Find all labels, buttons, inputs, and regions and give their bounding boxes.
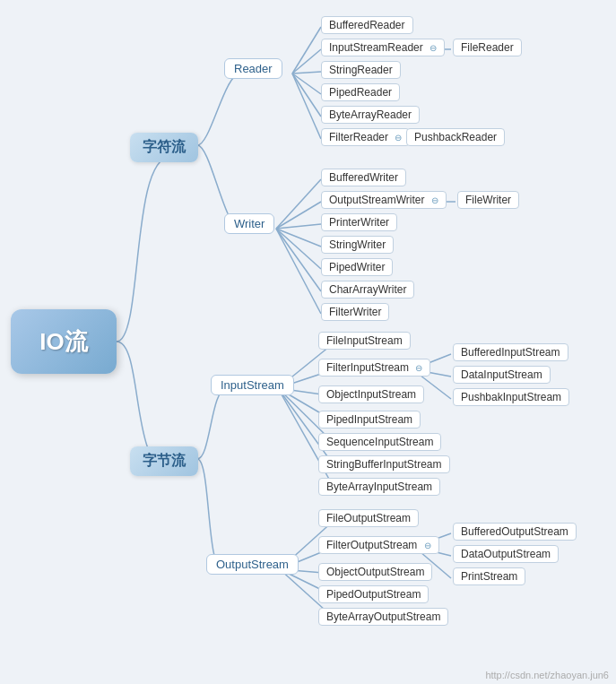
mind-map: IO流 字符流 字节流 Reader Writer InputStream Ou…: [0, 0, 616, 684]
l3-objectoutputstream: ObjectOutputStream: [318, 563, 432, 581]
root-node: IO流: [11, 309, 117, 374]
l3-filereader: FileReader: [453, 39, 522, 56]
l3-sequenceinputstream: SequenceInputStream: [318, 433, 441, 451]
l3-stringreader: StringReader: [321, 61, 401, 79]
svg-line-13: [276, 229, 321, 291]
l1-char-label: 字符流: [143, 139, 186, 154]
l2-reader-label: Reader: [234, 62, 273, 75]
l3-objectinputstream: ObjectInputStream: [318, 385, 424, 403]
l3-fileinputstream: FileInputStream: [318, 332, 411, 350]
l3-filteroutputstream: FilterOutputStream ⊖: [318, 536, 439, 554]
svg-line-10: [276, 224, 321, 229]
root-label: IO流: [39, 326, 87, 358]
l3-bufferedinputstream: BufferedInputStream: [453, 343, 568, 361]
l3-stringbufferinputstream: StringBufferInputStream: [318, 455, 450, 473]
l3-fileoutputstream: FileOutputStream: [318, 509, 419, 527]
l3-filterinputstream: FilterInputStream ⊖: [318, 359, 430, 377]
svg-line-3: [292, 74, 321, 94]
l3-pipedwriter: PipedWriter: [321, 258, 393, 276]
l3-pipedoutputstream: PipedOutputStream: [318, 585, 429, 603]
l3-bytearrayreader: ByteArrayReader: [321, 106, 420, 124]
l2-inputstream-node: InputStream: [211, 375, 294, 395]
collapse-icon-filteroutputstream: ⊖: [424, 541, 431, 550]
svg-line-1: [292, 49, 321, 74]
l2-writer-node: Writer: [224, 213, 274, 234]
l3-datainputstream: DataInputStream: [453, 366, 551, 384]
svg-line-11: [276, 229, 321, 247]
watermark: http://csdn.net/zhaoyan.jun6: [485, 670, 609, 680]
svg-line-14: [276, 229, 321, 314]
l3-pipedreader: PipedReader: [321, 83, 400, 101]
l2-writer-label: Writer: [234, 217, 265, 230]
l3-filewriter: FileWriter: [457, 191, 519, 209]
l3-pushbackreader: PushbackReader: [406, 128, 505, 146]
l3-chararraywriter: CharArrayWriter: [321, 281, 414, 299]
l3-filterwriter: FilterWriter: [321, 303, 389, 321]
l2-outputstream-label: OutputStream: [216, 558, 289, 571]
l3-bufferedoutputstream: BufferedOutputStream: [453, 523, 577, 541]
l1-byte-node: 字节流: [130, 446, 198, 476]
l3-stringwriter: StringWriter: [321, 236, 394, 254]
l2-reader-node: Reader: [224, 58, 282, 79]
svg-line-8: [276, 179, 321, 229]
l3-bytearrayinputstream: ByteArrayInputStream: [318, 478, 440, 496]
l3-inputstreamreader: InputStreamReader ⊖: [321, 39, 445, 56]
l3-bufferedwriter: BufferedWriter: [321, 169, 406, 186]
l3-dataoutputstream: DataOutputStream: [453, 545, 559, 563]
collapse-icon-outputstreamwriter: ⊖: [431, 195, 438, 205]
l1-char-node: 字符流: [130, 133, 198, 162]
collapse-icon-inputstreamreader: ⊖: [429, 43, 437, 53]
svg-line-9: [276, 202, 321, 229]
l3-filterreader: FilterReader ⊖: [321, 128, 410, 146]
l3-printstream: PrintStream: [453, 567, 525, 585]
l3-outputstreamwriter: OutputStreamWriter ⊖: [321, 191, 447, 209]
l3-printerwriter: PrinterWriter: [321, 213, 397, 231]
l1-byte-label: 字节流: [143, 453, 186, 468]
l3-bytearrayoutputstream: ByteArrayOutputStream: [318, 608, 448, 626]
l3-pushbakinputstream: PushbakInputStream: [453, 388, 569, 406]
l3-pipedinputstream: PipedInputStream: [318, 411, 421, 429]
collapse-icon-filterreader: ⊖: [395, 133, 402, 143]
l2-outputstream-node: OutputStream: [206, 554, 299, 575]
svg-line-2: [292, 72, 321, 74]
l2-inputstream-label: InputStream: [221, 378, 284, 392]
svg-line-0: [292, 27, 321, 74]
svg-line-5: [292, 74, 321, 139]
l3-bufferedreader: BufferedReader: [321, 16, 413, 34]
svg-line-4: [292, 74, 321, 117]
collapse-icon-filterinputstream: ⊖: [415, 363, 422, 373]
svg-line-12: [276, 229, 321, 269]
